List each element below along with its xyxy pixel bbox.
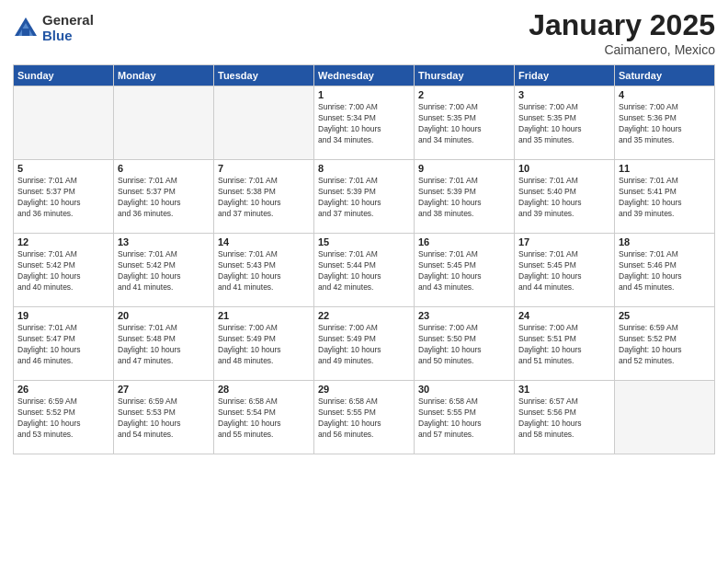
day-number: 10 xyxy=(518,163,610,174)
day-info: Sunrise: 7:00 AMSunset: 5:50 PMDaylight:… xyxy=(418,323,510,367)
table-row: 8Sunrise: 7:01 AMSunset: 5:39 PMDaylight… xyxy=(314,160,415,234)
table-row: 17Sunrise: 7:01 AMSunset: 5:45 PMDayligh… xyxy=(515,234,615,307)
col-thursday: Thursday xyxy=(415,65,515,86)
page: General Blue January 2025 Caimanero, Mex… xyxy=(0,0,728,563)
logo-icon xyxy=(13,16,39,41)
table-row: 31Sunrise: 6:57 AMSunset: 5:56 PMDayligh… xyxy=(515,381,615,454)
day-info: Sunrise: 6:58 AMSunset: 5:55 PMDaylight:… xyxy=(418,396,510,441)
svg-rect-2 xyxy=(22,29,29,36)
table-row: 15Sunrise: 7:01 AMSunset: 5:44 PMDayligh… xyxy=(314,234,415,307)
location: Caimanero, Mexico xyxy=(529,42,715,57)
table-row xyxy=(14,86,114,160)
day-info: Sunrise: 7:01 AMSunset: 5:48 PMDaylight:… xyxy=(118,323,210,367)
table-row: 7Sunrise: 7:01 AMSunset: 5:38 PMDaylight… xyxy=(214,160,314,234)
day-info: Sunrise: 7:01 AMSunset: 5:37 PMDaylight:… xyxy=(118,176,210,220)
col-saturday: Saturday xyxy=(615,65,715,86)
table-row: 18Sunrise: 7:01 AMSunset: 5:46 PMDayligh… xyxy=(615,234,715,307)
day-number: 13 xyxy=(118,236,210,247)
col-wednesday: Wednesday xyxy=(314,65,415,86)
table-row: 29Sunrise: 6:58 AMSunset: 5:55 PMDayligh… xyxy=(314,381,415,454)
day-info: Sunrise: 7:00 AMSunset: 5:49 PMDaylight:… xyxy=(318,323,410,367)
day-info: Sunrise: 7:01 AMSunset: 5:46 PMDaylight:… xyxy=(619,249,711,293)
day-number: 26 xyxy=(17,384,109,395)
table-row: 16Sunrise: 7:01 AMSunset: 5:45 PMDayligh… xyxy=(415,234,515,307)
day-number: 25 xyxy=(619,310,711,321)
day-info: Sunrise: 6:59 AMSunset: 5:52 PMDaylight:… xyxy=(17,396,109,441)
calendar-week-row: 1Sunrise: 7:00 AMSunset: 5:34 PMDaylight… xyxy=(14,86,715,160)
day-number: 14 xyxy=(218,236,310,247)
day-info: Sunrise: 7:01 AMSunset: 5:42 PMDaylight:… xyxy=(17,249,109,293)
calendar-week-row: 5Sunrise: 7:01 AMSunset: 5:37 PMDaylight… xyxy=(14,160,715,234)
day-info: Sunrise: 7:01 AMSunset: 5:40 PMDaylight:… xyxy=(518,176,610,220)
day-number: 19 xyxy=(17,310,109,321)
day-info: Sunrise: 7:01 AMSunset: 5:45 PMDaylight:… xyxy=(518,249,610,293)
day-number: 18 xyxy=(619,236,711,247)
table-row: 22Sunrise: 7:00 AMSunset: 5:49 PMDayligh… xyxy=(314,307,415,381)
day-number: 31 xyxy=(518,384,610,395)
logo-general-text: General xyxy=(42,13,94,29)
table-row: 26Sunrise: 6:59 AMSunset: 5:52 PMDayligh… xyxy=(14,381,114,454)
day-number: 20 xyxy=(118,310,210,321)
table-row: 25Sunrise: 6:59 AMSunset: 5:52 PMDayligh… xyxy=(615,307,715,381)
day-number: 12 xyxy=(17,236,109,247)
day-number: 30 xyxy=(418,384,510,395)
day-info: Sunrise: 7:01 AMSunset: 5:42 PMDaylight:… xyxy=(118,249,210,293)
day-number: 27 xyxy=(118,384,210,395)
col-friday: Friday xyxy=(515,65,615,86)
table-row xyxy=(214,86,314,160)
table-row: 12Sunrise: 7:01 AMSunset: 5:42 PMDayligh… xyxy=(14,234,114,307)
day-info: Sunrise: 7:01 AMSunset: 5:44 PMDaylight:… xyxy=(318,249,410,293)
logo-text: General Blue xyxy=(42,13,94,43)
day-info: Sunrise: 6:59 AMSunset: 5:53 PMDaylight:… xyxy=(118,396,210,441)
table-row: 20Sunrise: 7:01 AMSunset: 5:48 PMDayligh… xyxy=(114,307,214,381)
table-row: 4Sunrise: 7:00 AMSunset: 5:36 PMDaylight… xyxy=(615,86,715,160)
col-sunday: Sunday xyxy=(14,65,114,86)
table-row xyxy=(615,381,715,454)
day-number: 17 xyxy=(518,236,610,247)
day-info: Sunrise: 7:01 AMSunset: 5:37 PMDaylight:… xyxy=(17,176,109,220)
table-row: 23Sunrise: 7:00 AMSunset: 5:50 PMDayligh… xyxy=(415,307,515,381)
table-row: 2Sunrise: 7:00 AMSunset: 5:35 PMDaylight… xyxy=(415,86,515,160)
table-row: 14Sunrise: 7:01 AMSunset: 5:43 PMDayligh… xyxy=(214,234,314,307)
day-number: 28 xyxy=(218,384,310,395)
calendar: Sunday Monday Tuesday Wednesday Thursday… xyxy=(13,64,715,454)
table-row: 1Sunrise: 7:00 AMSunset: 5:34 PMDaylight… xyxy=(314,86,415,160)
day-info: Sunrise: 7:00 AMSunset: 5:51 PMDaylight:… xyxy=(518,323,610,367)
day-info: Sunrise: 7:01 AMSunset: 5:38 PMDaylight:… xyxy=(218,176,310,220)
table-row: 24Sunrise: 7:00 AMSunset: 5:51 PMDayligh… xyxy=(515,307,615,381)
table-row: 19Sunrise: 7:01 AMSunset: 5:47 PMDayligh… xyxy=(14,307,114,381)
table-row: 5Sunrise: 7:01 AMSunset: 5:37 PMDaylight… xyxy=(14,160,114,234)
table-row: 9Sunrise: 7:01 AMSunset: 5:39 PMDaylight… xyxy=(415,160,515,234)
day-number: 15 xyxy=(318,236,410,247)
day-info: Sunrise: 7:01 AMSunset: 5:47 PMDaylight:… xyxy=(17,323,109,367)
day-info: Sunrise: 7:01 AMSunset: 5:39 PMDaylight:… xyxy=(418,176,510,220)
calendar-week-row: 12Sunrise: 7:01 AMSunset: 5:42 PMDayligh… xyxy=(14,234,715,307)
col-tuesday: Tuesday xyxy=(214,65,314,86)
title-block: January 2025 Caimanero, Mexico xyxy=(529,9,715,57)
logo: General Blue xyxy=(13,13,94,43)
day-info: Sunrise: 6:57 AMSunset: 5:56 PMDaylight:… xyxy=(518,396,610,441)
table-row xyxy=(114,86,214,160)
day-number: 21 xyxy=(218,310,310,321)
day-info: Sunrise: 7:01 AMSunset: 5:45 PMDaylight:… xyxy=(418,249,510,293)
col-monday: Monday xyxy=(114,65,214,86)
day-info: Sunrise: 7:01 AMSunset: 5:39 PMDaylight:… xyxy=(318,176,410,220)
day-info: Sunrise: 7:00 AMSunset: 5:35 PMDaylight:… xyxy=(518,102,610,146)
day-info: Sunrise: 7:00 AMSunset: 5:34 PMDaylight:… xyxy=(318,102,410,146)
table-row: 10Sunrise: 7:01 AMSunset: 5:40 PMDayligh… xyxy=(515,160,615,234)
table-row: 6Sunrise: 7:01 AMSunset: 5:37 PMDaylight… xyxy=(114,160,214,234)
table-row: 3Sunrise: 7:00 AMSunset: 5:35 PMDaylight… xyxy=(515,86,615,160)
calendar-header-row: Sunday Monday Tuesday Wednesday Thursday… xyxy=(14,65,715,86)
table-row: 21Sunrise: 7:00 AMSunset: 5:49 PMDayligh… xyxy=(214,307,314,381)
logo-blue-text: Blue xyxy=(42,29,94,44)
table-row: 28Sunrise: 6:58 AMSunset: 5:54 PMDayligh… xyxy=(214,381,314,454)
day-info: Sunrise: 7:00 AMSunset: 5:36 PMDaylight:… xyxy=(619,102,711,146)
header: General Blue January 2025 Caimanero, Mex… xyxy=(13,9,715,57)
table-row: 30Sunrise: 6:58 AMSunset: 5:55 PMDayligh… xyxy=(415,381,515,454)
day-number: 1 xyxy=(318,89,410,100)
day-number: 2 xyxy=(418,89,510,100)
day-info: Sunrise: 6:58 AMSunset: 5:54 PMDaylight:… xyxy=(218,396,310,441)
day-info: Sunrise: 7:01 AMSunset: 5:43 PMDaylight:… xyxy=(218,249,310,293)
table-row: 13Sunrise: 7:01 AMSunset: 5:42 PMDayligh… xyxy=(114,234,214,307)
day-number: 22 xyxy=(318,310,410,321)
